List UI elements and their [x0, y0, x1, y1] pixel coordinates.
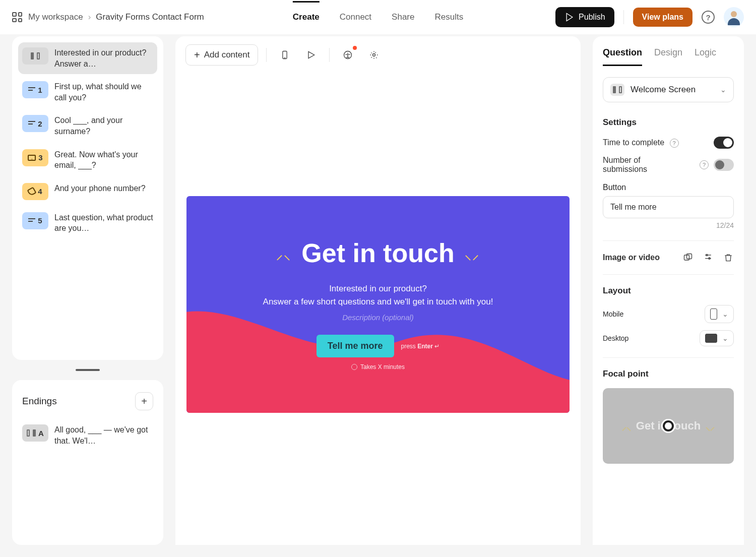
question-number: 3: [38, 153, 42, 162]
confetti-icon: ⸝⸜: [276, 245, 291, 261]
mail-icon: [28, 155, 36, 161]
question-title: First up, what should we call you?: [54, 81, 153, 103]
question-item[interactable]: 5Last question, what product are you…: [18, 207, 157, 239]
publish-icon: [564, 12, 575, 22]
endings-card: Endings + AAll good, ___ — we've got tha…: [12, 380, 163, 545]
preview-enter-hint: press Enter ↵: [401, 343, 440, 350]
tab-create[interactable]: Create: [293, 2, 320, 32]
short-text-icon: [28, 218, 35, 223]
question-list-column: Interested in our product? Answer a…1Fir…: [12, 36, 163, 545]
question-number: 4: [38, 187, 42, 196]
question-title: And your phone number?: [54, 183, 146, 194]
question-number: 5: [38, 216, 42, 225]
tab-connect[interactable]: Connect: [340, 2, 371, 32]
tab-design[interactable]: Design: [654, 47, 682, 66]
question-type-badge: 1: [22, 81, 48, 98]
preview-description-placeholder[interactable]: Description (optional): [342, 313, 414, 322]
setting-time-to-complete-label: Time to complete: [603, 138, 664, 147]
main-tabs: Create Connect Share Results: [293, 2, 463, 32]
tab-results[interactable]: Results: [434, 2, 463, 32]
question-title: Cool ___, and your surname?: [54, 115, 153, 137]
tab-share[interactable]: Share: [392, 2, 414, 32]
setting-submissions-label: Number of submissions: [603, 156, 647, 173]
question-title: Great. Now what's your email, ___?: [54, 149, 153, 171]
button-char-count: 12/24: [603, 221, 734, 229]
question-item[interactable]: 4And your phone number?: [18, 178, 157, 205]
top-right-actions: Publish View plans ?: [555, 7, 744, 27]
preview-subtitle[interactable]: Interested in our product? Answer a few …: [263, 282, 493, 308]
focal-point-handle[interactable]: [663, 420, 674, 431]
question-item[interactable]: Interested in our product? Answer a…: [18, 42, 157, 74]
workspace-name[interactable]: My workspace: [28, 12, 83, 22]
toggle-time-to-complete[interactable]: [714, 137, 734, 149]
question-item[interactable]: 3Great. Now what's your email, ___?: [18, 144, 157, 176]
preview-time-estimate: Takes X minutes: [351, 363, 405, 370]
ending-type-badge: A: [22, 424, 48, 442]
screen-type-label: Welcome Screen: [631, 85, 714, 95]
preview-title[interactable]: Get in touch: [301, 238, 454, 268]
user-avatar[interactable]: [724, 7, 744, 27]
adjust-media-icon[interactable]: [703, 252, 714, 263]
mobile-preview-icon[interactable]: [275, 45, 295, 65]
phone-icon: [27, 187, 37, 196]
tab-logic[interactable]: Logic: [695, 47, 716, 66]
welcome-icon: [613, 86, 622, 93]
accessibility-icon[interactable]: [338, 45, 358, 65]
play-preview-icon[interactable]: [301, 45, 321, 65]
chevron-right-icon: ›: [88, 12, 91, 22]
button-field-label: Button: [603, 183, 734, 192]
question-item[interactable]: 2Cool ___, and your surname?: [18, 110, 157, 142]
delete-media-icon[interactable]: [723, 252, 734, 263]
publish-button[interactable]: Publish: [555, 7, 614, 27]
form-title[interactable]: Gravity Forms Contact Form: [96, 12, 204, 22]
chevron-down-icon: ⌄: [722, 310, 728, 318]
inspector-tabs: Question Design Logic: [603, 36, 734, 66]
ending-item[interactable]: AAll good, ___ — we've got that. We'l…: [18, 419, 157, 451]
question-title: Interested in our product? Answer a…: [54, 47, 153, 69]
resize-handle[interactable]: [76, 369, 100, 371]
preview-column: + Add content: [175, 36, 581, 545]
layout-mobile-picker[interactable]: ⌄: [705, 305, 734, 323]
question-list-card: Interested in our product? Answer a…1Fir…: [12, 36, 163, 360]
mobile-layout-icon: [710, 308, 717, 320]
question-item[interactable]: 1First up, what should we call you?: [18, 76, 157, 108]
focal-point-editor[interactable]: ⸝⸜ Get in touch ⸜⸝: [603, 388, 734, 464]
settings-heading: Settings: [603, 117, 734, 128]
question-title: Last question, what product are you…: [54, 212, 153, 234]
svg-point-3: [347, 53, 348, 54]
help-icon[interactable]: ?: [700, 160, 709, 169]
welcome-icon: [31, 52, 40, 59]
layout-heading: Layout: [603, 286, 734, 296]
view-plans-button[interactable]: View plans: [633, 8, 692, 27]
divider: [623, 10, 624, 24]
help-icon[interactable]: ?: [670, 139, 679, 148]
question-type-badge: 2: [22, 115, 48, 132]
ending-title: All good, ___ — we've got that. We'l…: [54, 424, 153, 446]
question-number: 2: [38, 119, 42, 128]
replace-media-icon[interactable]: [682, 252, 694, 263]
focal-point-heading: Focal point: [603, 369, 734, 379]
inspector-column: Question Design Logic Welcome Screen ⌄ S…: [593, 36, 744, 545]
tab-question[interactable]: Question: [603, 47, 642, 66]
preview-cta-button[interactable]: Tell me more: [317, 335, 394, 357]
confetti-icon: ⸜⸝: [465, 245, 480, 261]
button-text-input[interactable]: [603, 196, 734, 218]
workspace-switcher-icon[interactable]: [12, 12, 22, 22]
endings-title: Endings: [22, 396, 57, 407]
layout-desktop-label: Desktop: [603, 334, 628, 342]
question-type-badge: [22, 47, 48, 65]
help-icon[interactable]: ?: [702, 11, 715, 24]
svg-point-4: [373, 54, 375, 56]
question-type-badge: 3: [22, 149, 48, 166]
preview-canvas[interactable]: ⸝⸜ Get in touch ⸜⸝ Interested in our pro…: [186, 196, 570, 413]
layout-desktop-picker[interactable]: ⌄: [700, 330, 734, 346]
add-content-button[interactable]: + Add content: [185, 44, 258, 66]
confetti-icon: ⸝⸜: [622, 421, 631, 431]
divider: [329, 48, 330, 62]
chevron-down-icon: ⌄: [720, 86, 726, 94]
add-ending-button[interactable]: +: [135, 392, 153, 410]
settings-icon[interactable]: [364, 45, 384, 65]
short-text-icon: [28, 87, 35, 92]
toggle-number-of-submissions[interactable]: [714, 159, 734, 171]
screen-type-selector[interactable]: Welcome Screen ⌄: [603, 77, 734, 102]
